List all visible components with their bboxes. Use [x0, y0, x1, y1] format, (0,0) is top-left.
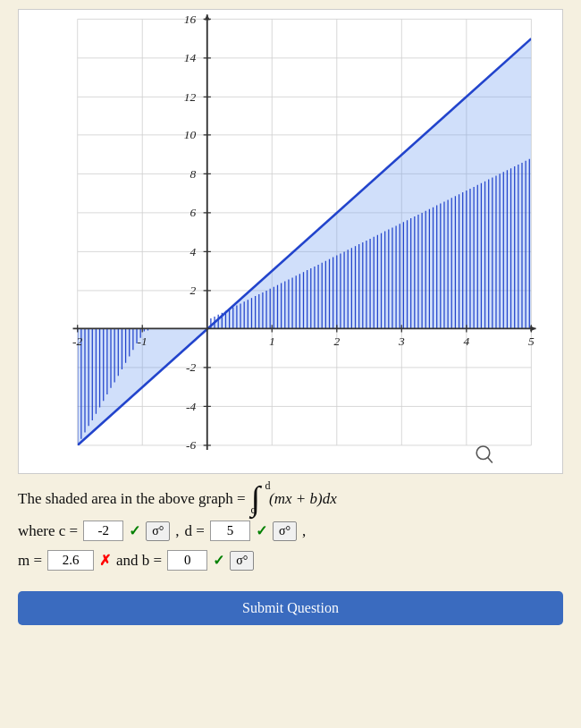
d-check-icon: ✓: [256, 520, 267, 543]
svg-text:-6: -6: [186, 438, 196, 452]
d-sigma-button[interactable]: σ°: [273, 521, 297, 541]
svg-text:14: 14: [184, 51, 197, 64]
integral-wrap: d ∫ c (mx + b)dx: [251, 483, 337, 513]
equation-line: The shaded area in the above graph = d ∫…: [18, 483, 563, 513]
svg-text:16: 16: [184, 13, 197, 26]
submit-button[interactable]: Submit Question: [18, 591, 563, 625]
b-sigma-button[interactable]: σ°: [230, 551, 254, 571]
d-separator: ,: [175, 519, 179, 543]
c-check-icon: ✓: [129, 520, 140, 543]
equation-area: The shaded area in the above graph = d ∫…: [18, 483, 563, 579]
integral-expression: (mx + b)dx: [269, 487, 337, 511]
svg-text:8: 8: [190, 167, 197, 181]
svg-text:-1: -1: [138, 334, 147, 348]
b-input[interactable]: [167, 550, 207, 571]
svg-text:-2: -2: [72, 334, 82, 348]
svg-text:3: 3: [398, 334, 405, 348]
integral-symbol: d ∫ c: [251, 483, 260, 513]
svg-text:2: 2: [190, 284, 197, 297]
equation-label: The shaded area in the above graph =: [18, 487, 246, 511]
svg-text:4: 4: [463, 334, 469, 348]
svg-text:-4: -4: [186, 400, 196, 413]
c-input[interactable]: [83, 521, 123, 541]
c-sigma-button[interactable]: σ°: [146, 521, 170, 541]
svg-text:4: 4: [190, 245, 197, 258]
svg-text:-2: -2: [186, 360, 196, 374]
c-d-row: where c = ✓ σ° , d = ✓ σ° ,: [18, 519, 563, 543]
m-b-row: m = ✗ and b = ✓ σ°: [18, 548, 563, 572]
m-label: m =: [18, 548, 42, 572]
d-trailing-comma: ,: [302, 519, 306, 543]
m-cross-icon: ✗: [99, 549, 111, 572]
svg-text:6: 6: [190, 206, 197, 219]
c-label: where c =: [18, 519, 78, 543]
d-label: d =: [185, 519, 205, 543]
b-and-label: and b =: [116, 548, 162, 572]
upper-limit: d: [265, 481, 271, 491]
svg-text:1: 1: [269, 334, 275, 348]
d-input[interactable]: [210, 521, 250, 541]
page: 16 14 12 10 8 6 4 2 -2 -4 -6 -2 -1 1 2 3…: [0, 0, 581, 728]
m-input[interactable]: [47, 550, 94, 571]
svg-text:12: 12: [184, 90, 197, 104]
lower-limit: c: [251, 505, 256, 515]
graph-container: 16 14 12 10 8 6 4 2 -2 -4 -6 -2 -1 1 2 3…: [18, 9, 563, 474]
svg-text:10: 10: [184, 128, 197, 141]
svg-text:2: 2: [333, 334, 340, 348]
b-check-icon: ✓: [213, 549, 224, 572]
svg-text:5: 5: [528, 334, 535, 348]
graph-svg: 16 14 12 10 8 6 4 2 -2 -4 -6 -2 -1 1 2 3…: [19, 10, 562, 473]
